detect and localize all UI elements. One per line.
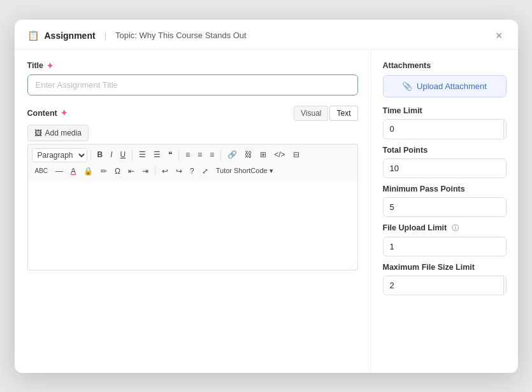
close-button[interactable]: ×: [493, 29, 505, 43]
min-pass-field: Minimum Pass Points: [383, 185, 507, 217]
modal-title: Assignment: [45, 31, 96, 41]
modal: 📋 Assignment | Topic: Why This Course St…: [15, 20, 518, 373]
file-upload-label: File Upload Limit ⓘ: [383, 223, 507, 233]
format-button[interactable]: ⊞: [257, 148, 270, 161]
max-file-size-input-row: MB: [383, 276, 507, 295]
toolbar-row-1: Paragraph B I U ☰ ☰ ❝ ≡ ≡ ≡: [32, 147, 354, 164]
mb-suffix: MB: [503, 276, 507, 294]
left-panel: Title ✦ Content ✦ Visual Text: [15, 50, 371, 373]
paragraph-select[interactable]: Paragraph: [32, 148, 87, 162]
title-required-icon: ✦: [47, 61, 54, 71]
undo-button[interactable]: ↩: [159, 165, 171, 178]
indent-in-button[interactable]: ⇥: [139, 165, 152, 178]
color-button[interactable]: A: [68, 165, 79, 178]
editor-toolbar: Paragraph B I U ☰ ☰ ❝ ≡ ≡ ≡: [27, 144, 358, 181]
content-required-icon: ✦: [61, 108, 68, 118]
expand-button[interactable]: ⤢: [199, 165, 212, 178]
align-center-button[interactable]: ≡: [194, 148, 205, 161]
abc-button[interactable]: ABC: [32, 165, 52, 177]
code-button[interactable]: </>: [271, 148, 288, 161]
toolbar-divider-4: [220, 150, 221, 160]
title-input[interactable]: [27, 74, 358, 95]
content-label: Content ✦: [27, 108, 68, 118]
min-pass-input[interactable]: [383, 197, 507, 217]
modal-header: 📋 Assignment | Topic: Why This Course St…: [15, 20, 518, 50]
header-topic: Topic: Why This Course Stands Out: [115, 31, 247, 40]
quote-button[interactable]: ❝: [165, 148, 175, 161]
paperclip-icon: 📎: [402, 81, 412, 91]
link-button[interactable]: 🔗: [224, 148, 240, 161]
underline-button[interactable]: U: [117, 148, 129, 161]
total-points-field: Total Points: [383, 146, 507, 178]
lock-button[interactable]: 🔒: [80, 165, 96, 178]
toolbar-row-2: ABC — A 🔒 ✏ Ω ⇤ ⇥ ↩ ↪ ? ⤢ Tutor ShortCod…: [32, 164, 354, 179]
align-right-button[interactable]: ≡: [206, 148, 217, 161]
max-file-size-input[interactable]: [384, 276, 503, 295]
attachments-label: Attachments: [383, 61, 507, 70]
italic-button[interactable]: I: [107, 148, 115, 161]
upload-attachment-button[interactable]: 📎 Upload Attachment: [383, 75, 507, 97]
omega-button[interactable]: Ω: [111, 165, 124, 178]
modal-header-left: 📋 Assignment | Topic: Why This Course St…: [27, 30, 247, 41]
toolbar-divider-3: [178, 150, 179, 160]
min-pass-label: Minimum Pass Points: [383, 185, 507, 193]
toolbar-divider-1: [90, 150, 91, 160]
assignment-icon: 📋: [27, 30, 40, 41]
dash-button[interactable]: —: [52, 165, 66, 178]
title-label: Title ✦: [27, 61, 358, 71]
file-upload-field: File Upload Limit ⓘ: [383, 223, 507, 256]
total-points-input[interactable]: [383, 158, 507, 178]
time-limit-unit-select[interactable]: Weeks Days Hours Minutes: [503, 120, 507, 139]
right-panel: Attachments 📎 Upload Attachment Time Lim…: [371, 50, 518, 373]
align-left-button[interactable]: ≡: [182, 148, 193, 161]
max-file-size-label: Maximum File Size Limit: [383, 263, 507, 272]
total-points-label: Total Points: [383, 146, 507, 155]
toolbar-divider-5: [155, 166, 155, 176]
editor-area[interactable]: ⋰: [27, 181, 358, 270]
time-limit-label: Time Limit: [383, 106, 507, 115]
add-media-button[interactable]: 🖼 Add media: [27, 125, 89, 141]
pencil-button[interactable]: ✏: [97, 165, 110, 178]
resize-handle[interactable]: ⋰: [350, 262, 356, 269]
modal-overlay: 📋 Assignment | Topic: Why This Course St…: [0, 0, 532, 392]
ul-button[interactable]: ☰: [136, 148, 149, 161]
tab-visual[interactable]: Visual: [294, 106, 328, 121]
table-button[interactable]: ⊟: [290, 148, 303, 161]
modal-body: Title ✦ Content ✦ Visual Text: [15, 50, 518, 373]
time-limit-input-row: Weeks Days Hours Minutes: [383, 119, 507, 139]
header-divider: |: [104, 31, 106, 40]
unlink-button[interactable]: ⛓: [241, 148, 255, 161]
bold-button[interactable]: B: [94, 148, 106, 161]
ol-button[interactable]: ☰: [150, 148, 164, 161]
toolbar-divider-2: [132, 150, 133, 160]
content-label-row: Content ✦ Visual Text: [27, 106, 358, 121]
file-upload-info-icon[interactable]: ⓘ: [452, 224, 459, 232]
time-limit-field: Time Limit Weeks Days Hours Minutes: [383, 106, 507, 139]
tab-text[interactable]: Text: [329, 106, 357, 121]
time-limit-input[interactable]: [384, 120, 503, 139]
shortcode-button[interactable]: Tutor ShortCode ▾: [213, 165, 277, 177]
redo-button[interactable]: ↪: [173, 165, 185, 178]
view-tabs: Visual Text: [294, 106, 357, 121]
help-button[interactable]: ?: [187, 165, 198, 178]
file-upload-input[interactable]: [383, 237, 507, 256]
max-file-size-field: Maximum File Size Limit MB: [383, 263, 507, 295]
add-media-icon: 🖼: [34, 129, 42, 137]
indent-out-button[interactable]: ⇤: [125, 165, 138, 178]
